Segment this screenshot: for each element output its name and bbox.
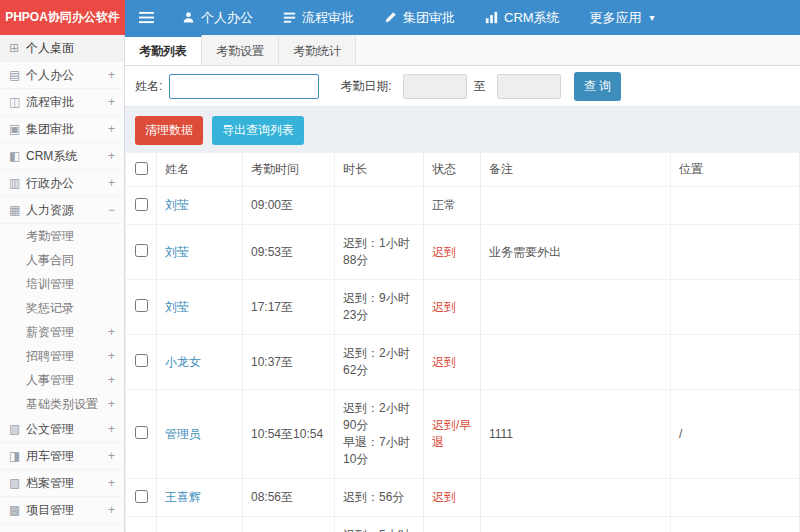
employee-name-link[interactable]: 刘莹: [165, 300, 189, 314]
expand-icon: +: [108, 325, 115, 339]
sidebar-item[interactable]: ▩ 项目管理 +: [0, 497, 124, 524]
sidebar-subitem[interactable]: 基础类别设置 +: [0, 392, 124, 416]
nav-crm[interactable]: CRM系统: [470, 0, 575, 35]
app-logo[interactable]: PHPOA协同办公软件: [0, 0, 125, 35]
search-button[interactable]: 查 询: [574, 72, 621, 101]
sidebar-subitem[interactable]: 招聘管理 +: [0, 344, 124, 368]
duration-cell: 迟到：2小时90分 早退：7小时10分: [335, 390, 424, 479]
sidebar-item[interactable]: ⊞ 个人桌面: [0, 35, 124, 62]
sidebar-item[interactable]: ▥ 行政办公 +: [0, 170, 124, 197]
date-to-input[interactable]: [497, 74, 561, 99]
sidebar-item-label: 行政办公: [26, 175, 104, 192]
tab[interactable]: 考勤统计: [279, 35, 356, 65]
vehicle-mgmt-icon: ◨: [9, 449, 26, 463]
clean-data-button[interactable]: 清理数据: [135, 116, 203, 145]
column-header: 考勤时间: [243, 153, 335, 187]
attendance-time-cell: 13:20至13:20: [243, 517, 335, 532]
nav-label: CRM系统: [504, 9, 560, 27]
hamburger-menu-icon[interactable]: [125, 0, 167, 35]
filter-bar: 姓名: 考勤日期: 至 查 询: [125, 66, 800, 107]
table-row: 刘莹 09:00至 正常: [126, 187, 800, 225]
admin-office-icon: ▥: [9, 176, 26, 190]
nav-personal-office[interactable]: 个人办公: [167, 0, 268, 35]
expand-icon: +: [108, 373, 115, 387]
remark-cell: [481, 187, 671, 225]
sidebar-item-label: 人力资源: [26, 202, 104, 219]
employee-name-link[interactable]: 刘莹: [165, 198, 189, 212]
location-cell: [671, 225, 800, 280]
sidebar-item[interactable]: ▤ 个人办公 +: [0, 62, 124, 89]
sidebar-subitem-label: 薪资管理: [26, 324, 104, 341]
nav-group-approval[interactable]: 集团审批: [369, 0, 470, 35]
document-mgmt-icon: ▧: [9, 422, 26, 436]
table-header-row: 姓名 考勤时间 时长 状态 备注 位置: [126, 153, 800, 187]
employee-name-link[interactable]: 管理员: [165, 427, 201, 441]
employee-name-link[interactable]: 王喜辉: [165, 490, 201, 504]
column-header: 状态: [424, 153, 481, 187]
row-checkbox[interactable]: [135, 198, 148, 211]
status-badge: 迟到: [432, 490, 456, 504]
person-icon: [182, 11, 195, 24]
sidebar-item[interactable]: ◫ 流程审批 +: [0, 89, 124, 116]
row-checkbox[interactable]: [135, 426, 148, 439]
row-checkbox[interactable]: [135, 490, 148, 503]
expand-icon: +: [108, 397, 115, 411]
remark-cell: [481, 479, 671, 517]
sidebar-item-label: 用车管理: [26, 448, 104, 465]
sidebar-item[interactable]: ◧ CRM系统 +: [0, 143, 124, 170]
sidebar-subitem-label: 奖惩记录: [26, 300, 111, 317]
table-row: 小龙女 10:37至 迟到：2小时62分 迟到: [126, 335, 800, 390]
remark-cell: 1111: [481, 390, 671, 479]
export-list-button[interactable]: 导出查询列表: [212, 116, 304, 145]
expand-icon: +: [108, 68, 115, 82]
chart-icon: [485, 11, 498, 24]
desktop-icon: ⊞: [9, 41, 26, 55]
content-area: 考勤列表 考勤设置 考勤统计 姓名: 考勤日期: 至 查 询 清理数据 导出查询…: [125, 35, 800, 532]
crm-icon: ◧: [9, 149, 26, 163]
nav-process-approval[interactable]: 流程审批: [268, 0, 369, 35]
employee-name-link[interactable]: 刘莹: [165, 245, 189, 259]
attendance-time-cell: 10:37至: [243, 335, 335, 390]
edit-icon: [384, 11, 397, 24]
column-header: 姓名: [157, 153, 243, 187]
sidebar-item-label: 个人桌面: [26, 40, 111, 57]
sidebar-item-label: 项目管理: [26, 502, 104, 519]
location-cell: [671, 187, 800, 225]
sidebar-subitem[interactable]: 奖惩记录: [0, 296, 124, 320]
table-row: 管理员 10:54至10:54 迟到：2小时90分 早退：7小时10分 迟到/早…: [126, 390, 800, 479]
remark-cell: 业务需要外出: [481, 225, 671, 280]
sidebar-item[interactable]: ▨ 档案管理 +: [0, 470, 124, 497]
sidebar-subitem[interactable]: 薪资管理 +: [0, 320, 124, 344]
sidebar-subitem[interactable]: 人事管理 +: [0, 368, 124, 392]
name-input[interactable]: [169, 74, 319, 99]
sidebar-item[interactable]: ▧ 公文管理 +: [0, 416, 124, 443]
sidebar-item-label: 流程审批: [26, 94, 104, 111]
sidebar-subitem-label: 基础类别设置: [26, 396, 104, 413]
process-approval-icon: ◫: [9, 95, 26, 109]
status-badge: 正常: [432, 198, 456, 212]
expand-icon: +: [108, 176, 115, 190]
employee-name-link[interactable]: 小龙女: [165, 355, 201, 369]
personal-office-icon: ▤: [9, 68, 26, 82]
sidebar-subitem[interactable]: 考勤管理: [0, 224, 124, 248]
row-checkbox[interactable]: [135, 354, 148, 367]
nav-more-apps[interactable]: 更多应用 ▾: [575, 0, 670, 35]
column-header: 备注: [481, 153, 671, 187]
duration-cell: 迟到：9小时23分: [335, 280, 424, 335]
sidebar-subitem[interactable]: 人事合同: [0, 248, 124, 272]
sidebar-item[interactable]: ▣ 集团审批 +: [0, 116, 124, 143]
expand-icon: +: [108, 422, 115, 436]
select-all-checkbox[interactable]: [135, 162, 148, 175]
tab[interactable]: 考勤列表: [125, 35, 202, 65]
sidebar-item[interactable]: ▦ 人力资源 −: [0, 197, 124, 224]
duration-cell: 迟到：5小时33分 早退：4小时67分: [335, 517, 424, 532]
row-checkbox[interactable]: [135, 244, 148, 257]
date-from-input[interactable]: [403, 74, 467, 99]
expand-icon: −: [108, 203, 115, 217]
sidebar-subitem[interactable]: 培训管理: [0, 272, 124, 296]
row-checkbox[interactable]: [135, 299, 148, 312]
duration-cell: 迟到：2小时62分: [335, 335, 424, 390]
location-cell: [671, 280, 800, 335]
sidebar-item[interactable]: ◨ 用车管理 +: [0, 443, 124, 470]
tab[interactable]: 考勤设置: [202, 35, 279, 65]
